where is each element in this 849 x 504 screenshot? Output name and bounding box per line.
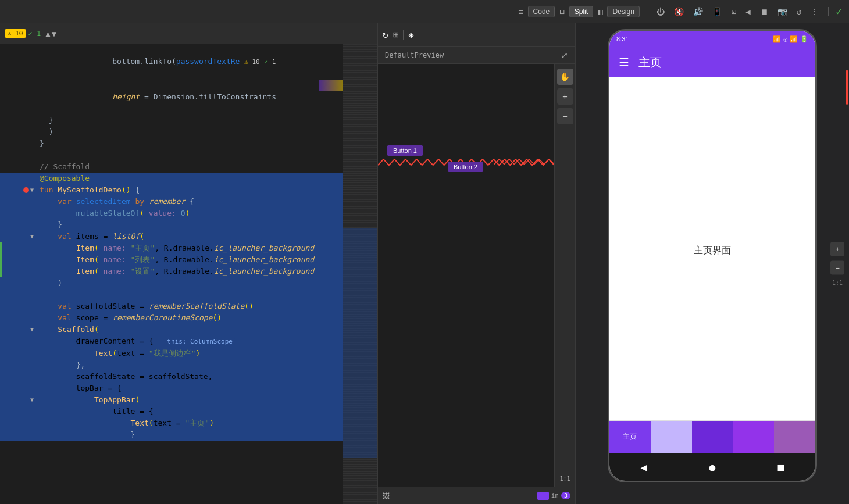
code-text-11: mutableStateOf( value: 0) [37,208,377,219]
code-line-6 [0,149,377,161]
layers-icon[interactable]: ◈ [408,29,414,40]
phone-red-accent [846,70,848,105]
phone-app-title: 主页 [638,55,662,70]
code-text-22: drawerContent = { this: ColumnScope [37,335,377,348]
preview-button-2[interactable]: Button 2 [448,162,483,172]
code-line-10: var selectedItem by remember { [0,196,377,208]
line-indicator-2 [319,80,343,91]
code-line-14: Item( name: "主页", R.drawable.ic_launcher… [0,242,377,254]
code-content: bottom.linkTo(passwordTextRe ⚠ 10 ✓ 1 he… [0,44,377,504]
preview-title: DefaultPreview [385,51,444,59]
toolbar-separator [647,7,647,16]
code-line-11: mutableStateOf( value: 0) [0,208,377,219]
code-text-19: val scaffoldState = rememberScaffoldStat… [37,301,377,312]
volume-icon[interactable]: 🔇 [672,6,686,17]
preview-header: DefaultPreview ⤢ [378,47,575,64]
preview-zigzag-2 [494,159,554,171]
code-editor: ⚠ 10 ✓ 1 ▲ ▼ bottom.linkTo(passwordTextR… [0,23,378,504]
hamburger-menu-icon[interactable]: ☰ [619,55,629,69]
code-line-17: ) [0,277,377,289]
phone-zoom-out[interactable]: − [830,260,844,274]
nav-item-5[interactable] [774,421,815,453]
code-text-20: val scope = rememberCoroutineScope() [37,312,377,324]
home-nav-icon[interactable]: ● [709,461,716,473]
nav-item-4[interactable] [733,421,774,453]
code-text-10: var selectedItem by remember { [37,196,377,208]
code-line-19: val scaffoldState = rememberScaffoldStat… [0,301,377,312]
screenshot-icon[interactable]: 📷 [775,6,790,17]
arrow-up-button[interactable]: ▲ [45,29,50,38]
more-icon[interactable]: ⋮ [808,6,821,17]
preview-content-area: Button 1 Button 2 [378,64,554,487]
phone-device: 8:31 📶 ◎ 📶 🔋 ☰ 主页 主页界面 主页 [608,29,817,482]
green-indicator-14 [0,242,2,254]
preview-screen-icon[interactable]: 🖼 [383,492,390,500]
code-line-8: @Composable [0,173,377,184]
nav-item-3[interactable] [692,421,733,453]
code-text-13: val items = listOf( [37,231,377,242]
phone-panel: 8:31 📶 ◎ 📶 🔋 ☰ 主页 主页界面 主页 [576,23,849,504]
code-line-29: Text(text = "主页") [0,417,377,429]
preview-thumbnails: in 3 [537,492,570,500]
code-button[interactable]: Code [528,6,555,17]
preview-count-label: in [551,492,559,499]
phone-zoom-in[interactable]: + [830,242,844,256]
speaker-icon[interactable]: 🔊 [691,6,705,17]
code-text-17: ) [37,277,377,289]
signal-icon: 📶 [790,35,798,43]
code-line-13: ▼ val items = listOf( [0,231,377,242]
code-text-26: topBar = { [37,383,377,394]
code-text-24: }, [37,359,377,371]
preview-expand-button[interactable]: ⤢ [561,51,568,60]
preview-bottom-bar: 🖼 in 3 [378,487,575,504]
phone-system-nav: ◀ ● ■ [609,453,815,481]
nfc-icon: ◎ [783,35,787,43]
back-nav-icon[interactable]: ◀ [641,461,647,473]
code-text-28: title = { [37,406,377,417]
code-line-25: scaffoldState = scaffoldState, [0,371,377,383]
main-area: ⚠ 10 ✓ 1 ▲ ▼ bottom.linkTo(passwordTextR… [0,23,849,504]
recents-nav-icon[interactable]: ■ [778,461,784,473]
editor-header: ⚠ 10 ✓ 1 ▲ ▼ [0,23,377,44]
code-text-21: Scaffold( [37,324,377,335]
code-text-7: // Scaffold [37,161,377,173]
nav-item-2[interactable] [651,421,692,453]
code-text-27: TopAppBar( [37,394,377,406]
zoom-out-button[interactable]: − [557,108,573,124]
code-line-16: Item( name: "设置", R.drawable.ic_launcher… [0,266,377,277]
fix-badge: ✓ 1 [28,30,41,38]
code-line-7: // Scaffold [0,161,377,173]
split-button[interactable]: Split [569,6,593,17]
refresh-preview-icon[interactable]: ↻ [383,29,388,40]
phone-zoom-label: 1:1 [830,279,844,285]
preview-canvas: Button 1 Button 2 ✋ [378,64,575,487]
zoom-in-button[interactable]: + [557,88,573,105]
mirror-icon[interactable]: ⊡ [729,6,739,17]
back-icon[interactable]: ◀ [743,6,752,17]
code-line-20: val scope = rememberCoroutineScope() [0,312,377,324]
code-text-14: Item( name: "主页", R.drawable.ic_launcher… [37,242,377,254]
preview-button-1[interactable]: Button 1 [387,145,423,156]
nav-item-home[interactable]: 主页 [609,421,651,453]
power-icon[interactable]: ⏻ [654,6,667,17]
phone-main-content: 主页界面 [609,77,815,424]
device-icon[interactable]: 📱 [710,6,725,17]
preview-zoom-label: 1:1 [559,476,570,482]
code-line-27: ▼ TopAppBar( [0,394,377,406]
design-button[interactable]: Design [607,6,639,17]
record-icon[interactable]: ⏹ [758,6,770,17]
code-line-2: height = Dimension.fillToConstraints [0,80,377,115]
thumbnail-1[interactable] [537,492,549,500]
phone-panel-side-controls: + − 1:1 [830,242,844,285]
hand-tool-button[interactable]: ✋ [557,69,573,85]
preview-panel: ↻ ⊞ ◈ DefaultPreview ⤢ Button 1 Bu [378,23,576,504]
code-text-12: } [37,219,377,231]
code-minimap [343,44,377,504]
layout-preview-icon[interactable]: ⊞ [393,29,399,40]
refresh-toolbar-icon[interactable]: ↺ [794,6,804,17]
code-line-23: Text(text = "我是侧边栏") [0,348,377,359]
arrow-down-button[interactable]: ▼ [52,29,56,38]
code-line-5: } [0,138,377,149]
view-mode-buttons: ≡ Code ⊟ Split ◧ Design [516,6,640,17]
code-text-3: } [37,115,377,126]
